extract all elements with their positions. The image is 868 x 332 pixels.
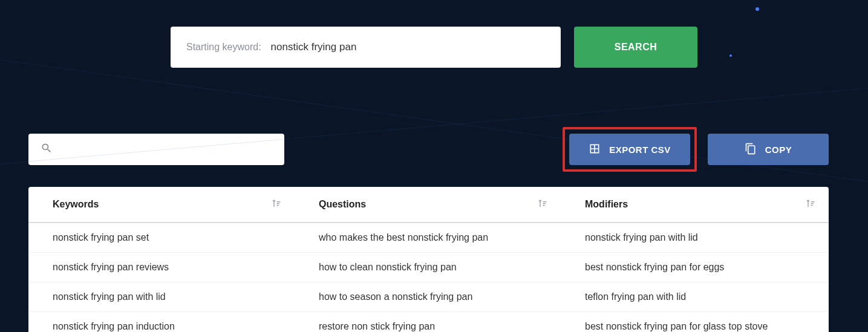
table-header-row: Keywords Questions Modifiers bbox=[28, 187, 829, 223]
results-table: Keywords Questions Modifiers nonstick fr… bbox=[28, 187, 829, 332]
toolbar: EXPORT CSV COPY bbox=[28, 127, 829, 172]
keywords-header[interactable]: Keywords bbox=[28, 187, 295, 223]
modifiers-header-label: Modifiers bbox=[585, 199, 628, 210]
export-csv-label: EXPORT CSV bbox=[609, 145, 671, 155]
keywords-header-label: Keywords bbox=[53, 199, 99, 210]
table-cell: best nonstick frying pan for eggs bbox=[561, 253, 829, 282]
table-cell: how to season a nonstick frying pan bbox=[295, 282, 561, 312]
action-buttons: EXPORT CSV COPY bbox=[563, 127, 829, 172]
sort-icon bbox=[537, 198, 547, 211]
copy-button[interactable]: COPY bbox=[708, 134, 829, 165]
table-cell: best nonstick frying pan for glass top s… bbox=[561, 312, 829, 332]
questions-header[interactable]: Questions bbox=[295, 187, 561, 223]
table-cell: restore non stick frying pan bbox=[295, 312, 561, 332]
background-dot bbox=[729, 54, 732, 57]
table-body: nonstick frying pan set nonstick frying … bbox=[28, 223, 829, 332]
table-cell: nonstick frying pan with lid bbox=[28, 282, 295, 312]
keyword-label: Starting keyword: bbox=[186, 42, 261, 53]
search-bar: Starting keyword: SEARCH bbox=[0, 0, 868, 68]
modifiers-column: nonstick frying pan with lid best nonsti… bbox=[561, 223, 829, 332]
table-cell: nonstick frying pan with lid bbox=[561, 223, 829, 253]
export-highlight-box: EXPORT CSV bbox=[563, 127, 697, 172]
modifiers-header[interactable]: Modifiers bbox=[561, 187, 829, 223]
keywords-column: nonstick frying pan set nonstick frying … bbox=[28, 223, 295, 332]
copy-label: COPY bbox=[765, 145, 792, 155]
background-dot bbox=[755, 7, 759, 11]
search-icon bbox=[41, 142, 53, 157]
questions-column: who makes the best nonstick frying pan h… bbox=[295, 223, 561, 332]
table-cell: teflon frying pan with lid bbox=[561, 282, 829, 312]
export-csv-button[interactable]: EXPORT CSV bbox=[569, 134, 690, 165]
copy-icon bbox=[745, 143, 757, 157]
keyword-input[interactable] bbox=[271, 41, 545, 53]
search-button[interactable]: SEARCH bbox=[574, 27, 697, 68]
table-cell: how to clean nonstick frying pan bbox=[295, 253, 561, 282]
keyword-input-container: Starting keyword: bbox=[171, 27, 561, 68]
table-icon bbox=[589, 143, 601, 157]
filter-input[interactable] bbox=[61, 145, 272, 155]
questions-header-label: Questions bbox=[319, 199, 366, 210]
table-cell: nonstick frying pan reviews bbox=[28, 253, 295, 282]
table-cell: nonstick frying pan set bbox=[28, 223, 295, 253]
table-cell: nonstick frying pan induction bbox=[28, 312, 295, 332]
table-cell: who makes the best nonstick frying pan bbox=[295, 223, 561, 253]
sort-icon bbox=[270, 198, 281, 211]
filter-input-container bbox=[28, 134, 284, 165]
sort-icon bbox=[804, 198, 815, 211]
